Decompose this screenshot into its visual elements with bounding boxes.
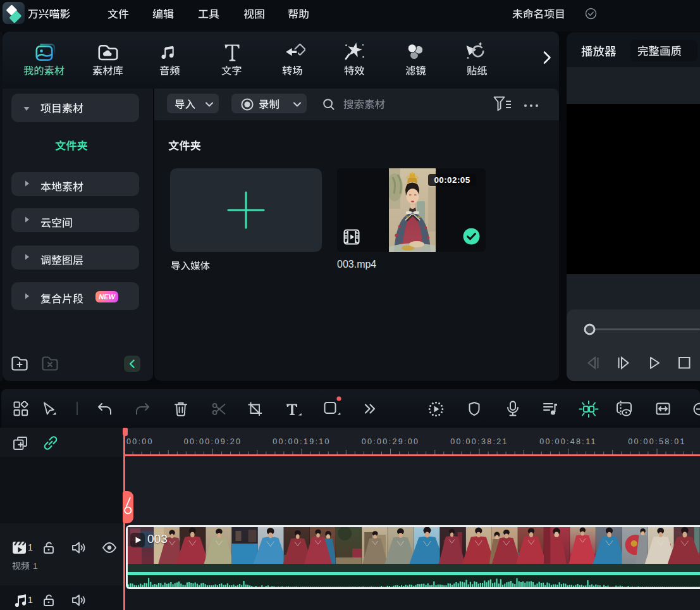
svg-text:00:00:09:20: 00:00:09:20 [184, 437, 242, 446]
svg-text:00:00:38:21: 00:00:38:21 [450, 437, 508, 446]
svg-text:00:00: 00:00 [126, 437, 154, 446]
svg-text:00:00:58:01: 00:00:58:01 [628, 437, 685, 446]
svg-text:00:00:48:11: 00:00:48:11 [539, 437, 596, 446]
svg-text:00:00:29:00: 00:00:29:00 [362, 437, 419, 446]
svg-text:00:00:19:10: 00:00:19:10 [273, 437, 330, 446]
